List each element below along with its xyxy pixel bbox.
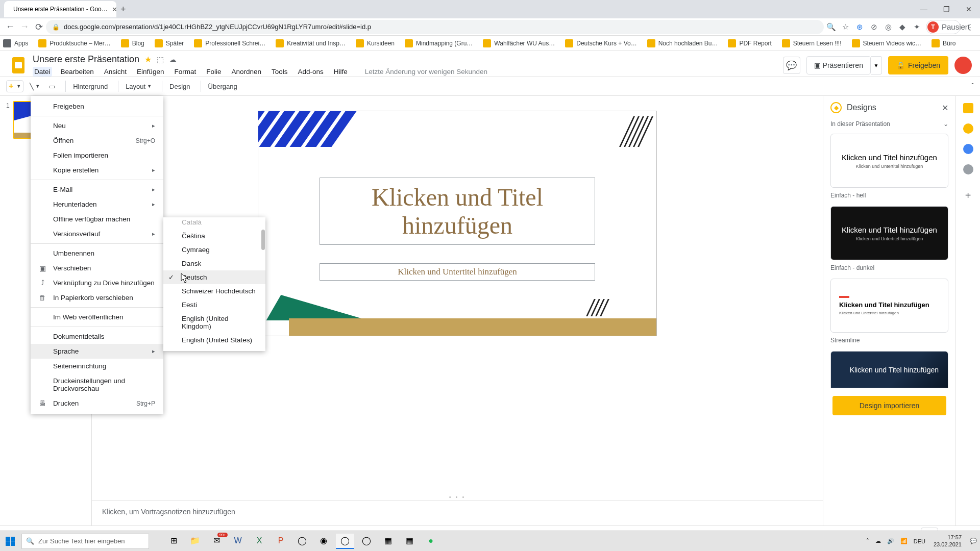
close-designs-icon[interactable]: ✕ (942, 103, 948, 113)
close-window-icon[interactable]: ✕ (958, 0, 980, 18)
start-button[interactable] (0, 531, 20, 552)
extensions-icon[interactable]: ✦ (910, 22, 924, 32)
lang-item-eesti[interactable]: Eesti (163, 298, 265, 312)
lang-item-cymraeg[interactable]: Cymraeg (163, 243, 265, 257)
volume-icon[interactable]: 🔊 (884, 538, 897, 544)
spotify-icon[interactable]: ● (422, 534, 440, 549)
bookmark-item[interactable]: Blog (121, 39, 144, 47)
import-design-button[interactable]: Design importieren (832, 396, 946, 415)
speaker-notes[interactable]: Klicken, um Vortragsnotizen hinzuzufügen (92, 500, 823, 525)
browser-menu-icon[interactable]: ⋮ (963, 22, 977, 32)
star-icon[interactable]: ☆ (838, 22, 852, 32)
cart-icon[interactable]: ⊘ (867, 22, 881, 32)
lang-item-cestina[interactable]: Čeština (163, 229, 265, 243)
comments-button[interactable]: 💬 (783, 57, 800, 74)
bookmark-item[interactable]: Kursideen (356, 39, 395, 47)
task-view-icon[interactable]: ⊞ (164, 534, 183, 549)
file-menu-folien-importieren[interactable]: Folien importieren (31, 148, 163, 163)
file-menu-drive-verknuepfung[interactable]: ⤴Verknüpfung zu Drive hinzufügen (31, 276, 163, 290)
lang-item-english-us[interactable]: English (United States) (163, 333, 265, 347)
lang-item-english-uk[interactable]: English (United Kingdom) (163, 312, 265, 333)
bookmark-item[interactable]: Noch hochladen Bu… (647, 39, 718, 47)
ext1-icon[interactable]: ◎ (881, 22, 895, 32)
menu-datei[interactable]: Datei (33, 67, 52, 77)
bookmark-item[interactable]: Wahlfächer WU Aus… (483, 39, 555, 47)
lang-item-deutsch[interactable]: ✓Deutsch (163, 270, 265, 284)
file-menu-druckvorschau[interactable]: Druckeinstellungen und Druckvorschau (31, 373, 163, 396)
wifi-icon[interactable]: 📶 (897, 538, 911, 544)
menu-addons[interactable]: Add-ons (297, 67, 325, 77)
present-button[interactable]: ▣ Präsentieren (806, 56, 871, 74)
file-menu-seiteneinrichtung[interactable]: Seiteneinrichtung (31, 359, 163, 373)
theme-card-streamline[interactable]: Klicken und Titel hinzufügen Klicken und… (830, 279, 948, 333)
file-menu-drucken[interactable]: 🖶DruckenStrg+P (31, 396, 163, 411)
lang-item-espanol[interactable]: Español (163, 347, 265, 351)
lang-item[interactable]: Català (163, 217, 265, 229)
theme-card-einfach-dunkel[interactable]: Klicken und Titel hinzufügen Klicken und… (830, 206, 948, 260)
language-indicator[interactable]: DEU (911, 538, 928, 544)
menu-ansicht[interactable]: Ansicht (103, 67, 128, 77)
reload-icon[interactable]: ⟳ (32, 21, 46, 33)
background-button[interactable]: Hintergrund (70, 81, 111, 92)
word-icon[interactable]: W (229, 534, 247, 549)
new-tab-button[interactable]: + (120, 4, 126, 15)
menu-hilfe[interactable]: Hilfe (332, 67, 349, 77)
explorer-icon[interactable]: 📁 (186, 534, 204, 549)
file-menu-web-veroeffentlichen[interactable]: Im Web veröffentlichen (31, 310, 163, 324)
file-menu-email[interactable]: E-Mail▸ (31, 182, 163, 197)
file-menu-verschieben[interactable]: ▣Verschieben (31, 261, 163, 276)
menu-tools[interactable]: Tools (270, 67, 289, 77)
text-box-icon[interactable]: ▭ (46, 81, 58, 92)
keep-icon[interactable] (963, 123, 973, 134)
app-icon[interactable]: ▦ (379, 534, 397, 549)
bookmark-item[interactable]: Produktsuche – Mer… (38, 39, 110, 47)
bookmark-item[interactable]: Büro (932, 39, 955, 47)
profile-chip[interactable]: T Pausiert (926, 20, 961, 34)
file-menu-kopie[interactable]: Kopie erstellen▸ (31, 163, 163, 178)
app-icon[interactable]: ◯ (293, 534, 311, 549)
browser-tab[interactable]: Unsere erste Präsentation - Goo… ✕ (4, 1, 116, 17)
windows-search[interactable]: 🔍Zur Suche Text hier eingeben (21, 534, 149, 549)
bookmark-item[interactable]: Steuern Videos wic… (852, 39, 922, 47)
file-menu-versionsverlauf[interactable]: Versionsverlauf▸ (31, 227, 163, 241)
theme-card-focus[interactable]: Klicken und Titel hinzufügen (830, 351, 948, 388)
file-menu-sprache[interactable]: Sprache▸ (31, 344, 163, 359)
star-icon[interactable]: ★ (144, 55, 152, 64)
bookmark-item[interactable]: Mindmapping (Gru… (405, 39, 473, 47)
tasks-icon[interactable] (963, 144, 973, 154)
menu-folie[interactable]: Folie (205, 67, 223, 77)
bookmark-item[interactable]: Deutsche Kurs + Vo… (565, 39, 636, 47)
minimize-icon[interactable]: ― (913, 0, 935, 18)
menu-bearbeiten[interactable]: Bearbeiten (59, 67, 95, 77)
cloud-icon[interactable]: ☁ (169, 55, 177, 64)
onedrive-icon[interactable]: ☁ (872, 538, 884, 544)
mail-icon[interactable]: ✉99+ (207, 534, 226, 549)
edge-icon[interactable]: ◯ (357, 534, 376, 549)
close-tab-icon[interactable]: ✕ (112, 6, 116, 13)
chrome-icon[interactable]: ◯ (336, 534, 354, 549)
contacts-icon[interactable] (963, 164, 973, 174)
bookmark-item[interactable]: Professionell Schrei… (194, 39, 265, 47)
file-menu-herunterladen[interactable]: Herunterladen▸ (31, 197, 163, 212)
app-icon[interactable]: ◉ (314, 534, 333, 549)
account-avatar[interactable] (954, 57, 972, 74)
back-icon[interactable]: ← (3, 21, 17, 32)
move-icon[interactable]: ⬚ (157, 55, 164, 64)
lang-item-schweizer[interactable]: Schweizer Hochdeutsch (163, 284, 265, 298)
file-menu-oeffnen[interactable]: ÖffnenStrg+O (31, 133, 163, 148)
menu-einfuegen[interactable]: Einfügen (135, 67, 165, 77)
slide-canvas[interactable]: Klicken und Titel hinzufügen Klicken und… (258, 111, 656, 336)
designs-section-toggle[interactable]: In dieser Präsentation⌄ (830, 120, 948, 128)
file-menu-papierkorb[interactable]: 🗑In Papierkorb verschieben (31, 290, 163, 305)
resize-handle[interactable]: • • • (92, 494, 823, 500)
file-menu-offline[interactable]: Offline verfügbar machen (31, 212, 163, 227)
lang-item-dansk[interactable]: Dansk (163, 257, 265, 270)
share-button[interactable]: 🔒Freigeben (888, 56, 948, 74)
calendar-icon[interactable] (963, 103, 973, 113)
ext2-icon[interactable]: ◆ (895, 22, 910, 32)
address-bar[interactable]: 🔒 docs.google.com/presentation/d/1je40CL… (46, 20, 824, 34)
excel-icon[interactable]: X (250, 534, 268, 549)
file-menu-dokumentdetails[interactable]: Dokumentdetails (31, 329, 163, 344)
menu-format[interactable]: Format (173, 67, 198, 77)
powerpoint-icon[interactable]: P (272, 534, 290, 549)
